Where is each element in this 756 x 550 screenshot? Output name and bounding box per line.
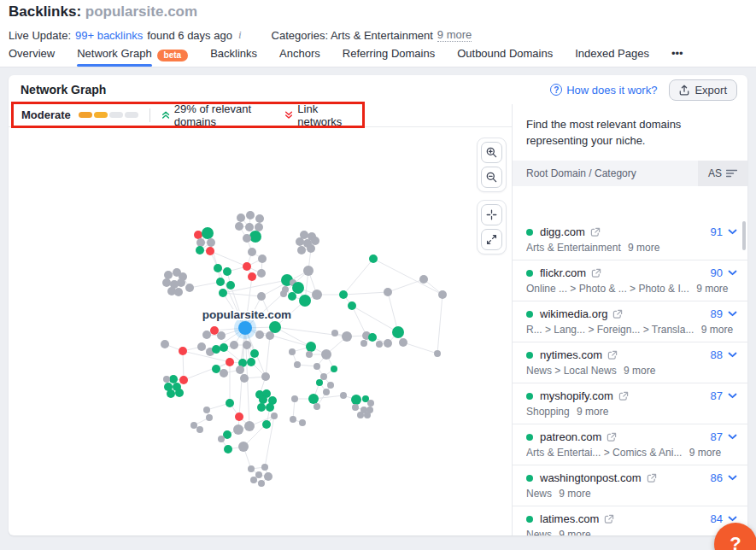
graph-node[interactable]	[175, 389, 184, 397]
external-link-icon[interactable]	[604, 514, 614, 524]
graph-node[interactable]	[419, 275, 428, 284]
graph-node[interactable]	[352, 404, 359, 411]
external-link-icon[interactable]	[607, 432, 617, 442]
graph-node[interactable]	[261, 464, 268, 471]
graph-node[interactable]	[230, 341, 238, 349]
graph-node[interactable]	[340, 392, 347, 399]
graph-node[interactable]	[368, 333, 377, 342]
graph-node[interactable]	[257, 292, 266, 301]
graph-node[interactable]	[206, 247, 214, 255]
graph-node[interactable]	[257, 403, 266, 412]
graph-node[interactable]	[250, 477, 257, 483]
graph-node[interactable]	[264, 472, 273, 481]
graph-node[interactable]	[327, 382, 334, 389]
category-more-link[interactable]: 9 more	[577, 406, 608, 418]
graph-node[interactable]	[223, 267, 231, 276]
graph-node[interactable]	[261, 372, 270, 381]
graph-node[interactable]	[323, 389, 330, 395]
graph-node[interactable]	[220, 343, 228, 352]
graph-node[interactable]	[314, 363, 320, 370]
how-does-it-work-link[interactable]: ? How does it work?	[550, 84, 657, 97]
category-more-link[interactable]: 9 more	[701, 324, 733, 336]
domain-name[interactable]: myshopify.com	[540, 389, 613, 402]
graph-node[interactable]	[299, 295, 311, 307]
graph-node[interactable]	[243, 234, 251, 243]
fullscreen-button[interactable]	[481, 229, 502, 250]
info-icon[interactable]: i	[237, 28, 243, 42]
graph-node[interactable]	[299, 419, 306, 426]
graph-node[interactable]	[161, 340, 169, 348]
graph-node[interactable]	[339, 290, 348, 299]
graph-node[interactable]	[348, 301, 356, 310]
center-graph-button[interactable]	[481, 204, 502, 225]
graph-node[interactable]	[307, 244, 315, 253]
graph-node[interactable]	[167, 389, 175, 398]
graph-node[interactable]	[384, 339, 392, 348]
graph-node[interactable]	[258, 255, 267, 263]
external-link-icon[interactable]	[618, 391, 629, 401]
graph-node[interactable]	[244, 421, 255, 431]
graph-node[interactable]	[250, 349, 259, 358]
external-link-icon[interactable]	[591, 268, 601, 278]
chevron-down-icon[interactable]	[728, 229, 737, 235]
tab-outbound-domains[interactable]: Outbound Domains	[457, 44, 553, 67]
tab-backlinks[interactable]: Backlinks	[210, 44, 257, 67]
graph-node[interactable]	[210, 326, 219, 335]
graph-node[interactable]	[306, 351, 313, 358]
graph-node[interactable]	[294, 361, 301, 368]
graph-node[interactable]	[246, 211, 255, 219]
domain-row[interactable]: latimes.com 84 News 9 more	[513, 506, 747, 535]
graph-node[interactable]	[271, 412, 278, 419]
graph-node[interactable]	[259, 395, 267, 404]
graph-node[interactable]	[220, 369, 228, 377]
category-more-link[interactable]: 9 more	[689, 447, 721, 459]
graph-node[interactable]	[331, 366, 337, 372]
graph-node[interactable]	[249, 231, 261, 243]
graph-node[interactable]	[255, 331, 264, 339]
graph-node[interactable]	[255, 471, 262, 478]
tab-network-graph[interactable]: Network Graphbeta	[77, 44, 188, 67]
graph-node[interactable]	[392, 326, 404, 338]
chevron-down-icon[interactable]	[728, 434, 737, 440]
category-more-link[interactable]: 9 more	[624, 365, 655, 377]
graph-node[interactable]	[212, 345, 220, 354]
graph-node[interactable]	[308, 394, 319, 404]
graph-node[interactable]	[369, 255, 378, 263]
graph-node[interactable]	[196, 246, 204, 255]
graph-node[interactable]	[248, 248, 256, 256]
tab-overview[interactable]: Overview	[9, 44, 55, 67]
graph-node[interactable]	[243, 341, 251, 349]
graph-node[interactable]	[174, 288, 183, 296]
graph-node[interactable]	[351, 395, 361, 405]
graph-node[interactable]	[316, 379, 323, 386]
graph-node[interactable]	[238, 442, 249, 452]
zoom-in-button[interactable]	[481, 142, 502, 163]
graph-node[interactable]	[217, 331, 226, 340]
graph-node[interactable]	[248, 272, 256, 281]
graph-node[interactable]	[196, 426, 203, 433]
graph-node[interactable]	[245, 223, 254, 231]
domain-row[interactable]: myshopify.com 87 Shopping 9 more	[513, 383, 747, 424]
graph-node[interactable]	[291, 395, 298, 402]
domain-row[interactable]: wikimedia.org 89 R... > Lang... > Foreig…	[513, 301, 747, 342]
graph-node[interactable]	[233, 424, 243, 435]
domain-row[interactable]: digg.com 91 Arts & Entertainment 9 more	[513, 219, 747, 260]
graph-node[interactable]	[255, 214, 264, 223]
graph-node[interactable]	[226, 281, 235, 290]
domain-row[interactable]: flickr.com 90 Online ... > Photo & ... >…	[513, 260, 747, 301]
graph-node[interactable]	[169, 375, 178, 383]
graph-node[interactable]	[247, 358, 255, 366]
graph-node[interactable]	[206, 414, 213, 421]
graph-node[interactable]	[212, 365, 220, 373]
graph-node[interactable]	[248, 465, 255, 472]
graph-node[interactable]	[162, 278, 171, 287]
graph-node[interactable]	[367, 400, 374, 407]
graph-node[interactable]	[218, 436, 225, 442]
sidebar-scrollbar-thumb[interactable]	[742, 221, 746, 250]
graph-node[interactable]	[219, 289, 227, 297]
category-more-link[interactable]: 9 more	[559, 488, 590, 500]
graph-node[interactable]	[237, 214, 245, 222]
graph-node[interactable]	[290, 416, 296, 423]
relevant-domains-stat[interactable]: 29% of relevant domains	[161, 102, 278, 128]
graph-node[interactable]	[376, 341, 383, 348]
